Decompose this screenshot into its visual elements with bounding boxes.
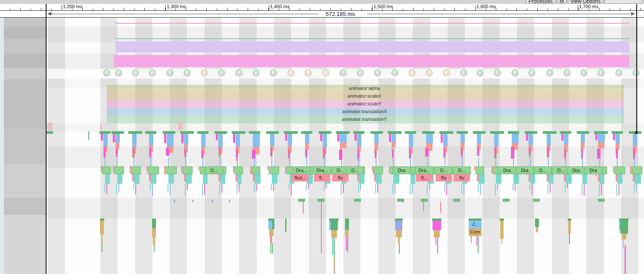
animator-track-label: animator:scaleX — [348, 93, 382, 99]
bottom-stack-slice — [432, 221, 441, 230]
draw-tail-hairline — [291, 184, 292, 195]
flame-slice-blue — [477, 134, 481, 144]
draw-slice-green — [114, 166, 124, 174]
bottom-stack-slice — [535, 219, 539, 227]
draw-slice-label: D... — [210, 168, 218, 173]
frame-row-background — [46, 69, 644, 78]
draw-slice-green — [102, 166, 111, 174]
draw-tail-hairline — [104, 184, 105, 193]
selection-pink-marker — [100, 123, 102, 130]
time-ruler[interactable]: 1,200 ms1,300 ms1,400 ms1,500 ms1,600 ms… — [0, 3, 644, 11]
flame-slice-blue — [616, 134, 620, 144]
ruler-minor-tick — [41, 8, 41, 10]
draw-tail-hairline — [221, 184, 222, 193]
selection-end-line[interactable] — [636, 4, 637, 133]
draw-slice-label: Dra — [398, 168, 405, 173]
flush-slice-label: flu — [459, 175, 464, 180]
draw-red-hairline — [492, 166, 492, 173]
ruler-minor-tick — [310, 8, 310, 10]
toolbar-button-partial[interactable] — [604, 0, 642, 4]
flame-slice-blue — [253, 134, 260, 147]
gc-drop-hairline — [440, 202, 441, 213]
draw-tail-hairline — [410, 184, 411, 194]
ruler-minor-tick — [361, 9, 362, 10]
flame-slice-magenta — [164, 134, 166, 143]
ruler-minor-tick — [155, 9, 155, 10]
draw-slice-teal — [600, 174, 604, 184]
ruler-major-tick — [165, 5, 166, 10]
flame-slice-blue — [392, 134, 396, 142]
left-gutter — [0, 3, 4, 274]
flame-slice-magenta — [252, 150, 255, 159]
draw-tail-hairline — [106, 184, 107, 194]
flame-tail-hairline — [324, 157, 325, 168]
gc-event-bar — [298, 199, 305, 202]
selection-duration-row[interactable]: 572.185 ms — [0, 11, 644, 18]
flame-slice-blue — [103, 134, 108, 146]
draw-slice-teal — [496, 174, 501, 184]
flame-slice-blue — [323, 134, 327, 147]
ruler-minor-tick — [516, 8, 517, 10]
flame-slice-magenta — [166, 148, 169, 156]
ruler-minor-tick — [403, 9, 403, 10]
toolbar-button-view-options[interactable]: View Options — [568, 0, 603, 4]
bottom-stack-slice — [334, 255, 335, 274]
flame-slice-magenta — [104, 147, 106, 157]
ruler-minor-tick — [351, 8, 352, 10]
draw-slice-label: D... — [458, 168, 465, 173]
ruler-minor-tick — [113, 9, 114, 10]
flame-slice-magenta — [305, 149, 307, 157]
flame-slice-magenta — [113, 134, 115, 142]
flame-tail-hairline — [565, 157, 566, 167]
flame-slice-magenta — [389, 134, 391, 142]
draw-tail-hairline — [185, 184, 186, 196]
bottom-stack-slice — [347, 237, 348, 252]
ruler-minor-tick — [320, 9, 320, 10]
bottom-stack-slice — [272, 221, 274, 229]
bottom-stack-slice — [100, 221, 104, 234]
ruler-minor-tick — [548, 9, 548, 10]
sidebar-row-band — [0, 39, 46, 53]
draw-slice-label: D... — [440, 168, 447, 173]
flame-slice-magenta — [271, 148, 272, 157]
ruler-minor-tick — [465, 9, 465, 10]
draw-tail-hairline — [341, 184, 342, 195]
ruler-minor-tick — [537, 8, 538, 10]
selection-left-arrowhead — [47, 12, 51, 15]
bottom-stack-slice — [272, 243, 273, 254]
draw-slice-teal — [255, 174, 261, 184]
draw-tail-hairline — [306, 184, 307, 191]
draw-red-hairline — [146, 166, 147, 171]
draw-red-hairline — [250, 166, 251, 174]
flame-slice-blue — [443, 134, 448, 146]
ruler-minor-tick — [103, 8, 103, 10]
toolbar-button-processes[interactable]: Processes — [526, 0, 556, 4]
flame-slice-magenta — [409, 148, 411, 158]
track-header-sidebar[interactable] — [0, 3, 46, 274]
flame-slice-magenta — [441, 134, 443, 143]
draw-red-hairline — [613, 166, 614, 173]
draw-tail-hairline — [461, 184, 462, 194]
draw-red-hairline — [630, 166, 631, 174]
track-area[interactable]: FFFFFFFFFFFFFFFFFFFFFFFFFFFFFFFFanimator… — [0, 0, 644, 274]
draw-tail-hairline — [619, 184, 619, 195]
draw-red-hairline — [101, 166, 102, 172]
bottom-stack-slice — [623, 240, 624, 248]
draw-tail-hairline — [202, 184, 203, 196]
toolbar-button-m[interactable]: M — [557, 0, 566, 4]
gc-event-bar — [533, 199, 540, 202]
flame-slice-magenta — [285, 134, 287, 141]
draw-slice-teal — [582, 174, 587, 184]
sidebar-row-band — [0, 68, 46, 79]
flame-slice-blue — [547, 134, 551, 145]
draw-red-hairline — [113, 166, 114, 173]
ruler-minor-tick — [206, 8, 207, 10]
bottom-stack-slice — [398, 237, 400, 244]
flame-slice-salmon — [392, 142, 395, 148]
draw-slice-teal — [617, 174, 622, 184]
bottom-stack-slice — [102, 245, 103, 252]
selection-start-line[interactable] — [46, 3, 47, 274]
animator-track-label: animator:translationX — [342, 109, 387, 114]
bottom-stack-slice — [270, 236, 272, 243]
draw-tail-hairline — [187, 184, 188, 190]
